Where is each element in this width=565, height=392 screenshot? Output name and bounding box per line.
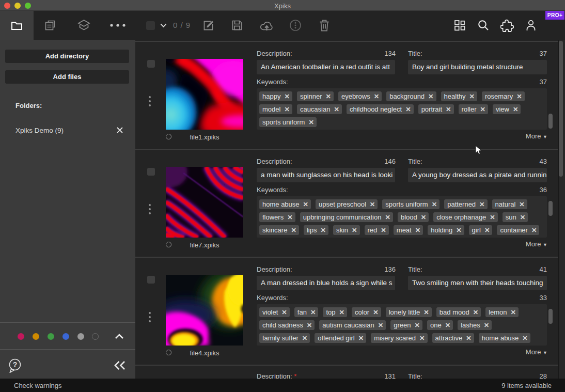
svg-text:?: ? — [13, 360, 18, 369]
